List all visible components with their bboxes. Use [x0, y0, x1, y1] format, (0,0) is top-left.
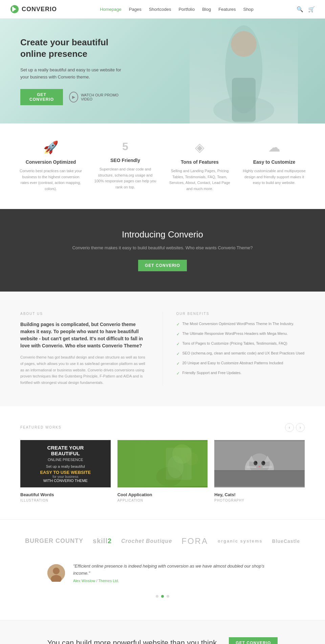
about-label: ABOUT US [20, 312, 149, 316]
hero-cta-button[interactable]: GET CONVERIO [20, 89, 63, 105]
dot-3[interactable] [167, 595, 169, 598]
benefit-text-3: Tons of Pages to Customize (Pricing Tabl… [182, 341, 287, 346]
svg-rect-5 [232, 78, 256, 122]
brand-burger-county: BURGER COUNTY [25, 538, 83, 545]
featured-works-section: FEATURED WORKS ‹ › CREATE YOUR BEAUTIFUL… [0, 406, 325, 519]
work-card-1[interactable]: CREATE YOUR BEAUTIFUL ONLINE PRESENCE Se… [20, 440, 111, 502]
nav-homepage[interactable]: Homepage [100, 7, 122, 12]
testimonial-author: Alex Winslow / Themes Ltd. [73, 579, 278, 583]
benefit-2: ✓ The Ultimate Responsive WordPress Head… [176, 331, 305, 337]
features-section: 🚀 Conversion Optimized Converio best pra… [0, 123, 325, 209]
poster-line-3: ONLINE PRESENCE [48, 458, 83, 462]
cta-dark-title: Introducing Converio [14, 229, 311, 240]
poster-line-6: for your business [52, 475, 78, 479]
brand-skill: skill2 [93, 537, 112, 545]
about-section: ABOUT US Building pages is complicated, … [0, 292, 325, 406]
hero-person-image [190, 22, 298, 123]
benefit-1: ✓ The Most Conversion Optimized WordPres… [176, 321, 305, 327]
benefit-3: ✓ Tons of Pages to Customize (Pricing Ta… [176, 341, 305, 347]
nav-shortcodes[interactable]: Shortcodes [149, 7, 171, 12]
check-icon-3: ✓ [176, 341, 180, 347]
poster-line-4: Set up a really beautiful [46, 464, 85, 468]
work-cat-1: ILLUSTRATION [20, 499, 111, 502]
work-cat-2: APPLICATION [117, 499, 208, 502]
testimonial-avatar [47, 564, 65, 582]
check-icon-1: ✓ [176, 321, 180, 327]
benefit-5: ✓ 20 Unique and Easy to Customize Abstra… [176, 360, 305, 367]
rocket-icon: 🚀 [19, 140, 83, 155]
brand-organic: organic systems [218, 538, 263, 544]
testimonial-company: Themes Ltd. [98, 579, 119, 583]
svg-point-19 [256, 461, 257, 463]
svg-rect-1 [12, 7, 14, 12]
benefit-text-2: The Ultimate Responsive WordPress Header… [182, 331, 288, 337]
check-icon-6: ✓ [176, 370, 180, 376]
work-card-3[interactable]: Hey, Cats! PHOTOGRAPHY [214, 440, 305, 502]
dot-1[interactable] [156, 595, 158, 598]
portfolio-nav: ‹ › [285, 423, 305, 432]
hero-title: Create your beautiful online presence [20, 37, 122, 60]
svg-rect-26 [214, 470, 305, 486]
svg-point-4 [231, 31, 257, 57]
benefit-6: ✓ Friendly Support and Free Updates. [176, 370, 305, 376]
poster-line-1: CREATE YOUR [47, 445, 84, 451]
play-icon: ▶ [69, 92, 78, 102]
nav-shop[interactable]: Shop [243, 7, 253, 12]
hero-buttons: GET CONVERIO ▶ WATCH OUR PROMO VIDEO [20, 89, 122, 105]
brands-row: BURGER COUNTY skill2 Crochet Boutique FO… [20, 536, 305, 546]
works-grid: CREATE YOUR BEAUTIFUL ONLINE PRESENCE Se… [20, 440, 305, 502]
brand-skill-text: skill2 [93, 537, 112, 545]
work-thumb-2 [117, 440, 208, 487]
cta-light-button[interactable]: GET CONVERIO [229, 637, 278, 644]
feature-features: ◈ Tons of Features Selling and Landing P… [168, 140, 232, 192]
next-arrow[interactable]: › [296, 423, 305, 432]
hero-content: Create your beautiful online presence Se… [0, 37, 142, 105]
layers-icon: ◈ [168, 140, 232, 155]
svg-point-18 [261, 461, 265, 465]
cart-icon[interactable]: 🛒 [308, 6, 315, 13]
testimonial: "Efficient online presence is indeed hel… [20, 563, 305, 583]
feature-title-2: SEO Friendly [93, 158, 157, 163]
cta-dark-subtitle: Converio theme makes it easy to build be… [14, 245, 311, 250]
work-card-2[interactable]: Cool Application APPLICATION [117, 440, 208, 502]
poster-line-7: WITH CONVERIO THEME [43, 479, 88, 483]
watch-video-button[interactable]: ▶ WATCH OUR PROMO VIDEO [69, 92, 122, 102]
nav-pages[interactable]: Pages [129, 7, 142, 12]
feature-desc-2: Superclean and clear code and structure,… [93, 166, 157, 190]
testimonial-dots [20, 590, 305, 603]
testimonial-content: "Efficient online presence is indeed hel… [73, 563, 278, 583]
nav-portfolio[interactable]: Portfolio [178, 7, 195, 12]
cloud-icon: ☁ [242, 140, 306, 155]
person-illustration [203, 25, 284, 123]
nav-features[interactable]: Features [218, 7, 236, 12]
featured-label: FEATURED WORKS [20, 426, 62, 429]
benefit-text-4: SEO (schema.org, clean and semantic code… [182, 350, 305, 356]
watch-label: WATCH OUR PROMO VIDEO [81, 93, 122, 101]
feature-desc-4: Highly customizable and multipurpose des… [242, 168, 306, 186]
cta-dark-button[interactable]: GET CONVERIO [138, 260, 187, 271]
thumb-2-overlay [117, 440, 208, 487]
navbar: CONVERIO Homepage Pages Shortcodes Portf… [0, 0, 325, 19]
feature-customize: ☁ Easy to Customize Highly customizable … [242, 140, 306, 192]
logo[interactable]: CONVERIO [10, 5, 57, 14]
about-body: Converio theme has got beautiful design … [20, 354, 149, 386]
brand-fora: FORA [181, 536, 208, 546]
prev-arrow[interactable]: ‹ [285, 423, 294, 432]
navbar-actions: 🔍 🛒 [297, 6, 315, 13]
benefits-label: OUR BENEFITS [176, 312, 305, 316]
benefit-text-6: Friendly Support and Free Updates. [182, 370, 242, 376]
search-icon[interactable]: 🔍 [297, 6, 303, 13]
featured-header: FEATURED WORKS ‹ › [20, 423, 305, 432]
feature-desc-3: Selling and Landing Pages, Pricing Table… [168, 168, 232, 192]
work-thumb-1: CREATE YOUR BEAUTIFUL ONLINE PRESENCE Se… [20, 440, 111, 487]
dot-2[interactable] [161, 595, 164, 598]
poster-line-5: EASY TO USE WEBSITE [40, 470, 91, 475]
feature-seo: 5 SEO Friendly Superclean and clear code… [93, 140, 157, 192]
check-icon-4: ✓ [176, 351, 180, 357]
cat-illustration [214, 440, 305, 487]
nav-blog[interactable]: Blog [202, 7, 211, 12]
cta-light-section: You can build more powerful website than… [0, 620, 325, 644]
testimonial-name: Alex Winslow [73, 579, 95, 583]
testimonial-quote: "Efficient online presence is indeed hel… [73, 563, 278, 577]
benefit-4: ✓ SEO (schema.org, clean and semantic co… [176, 350, 305, 357]
